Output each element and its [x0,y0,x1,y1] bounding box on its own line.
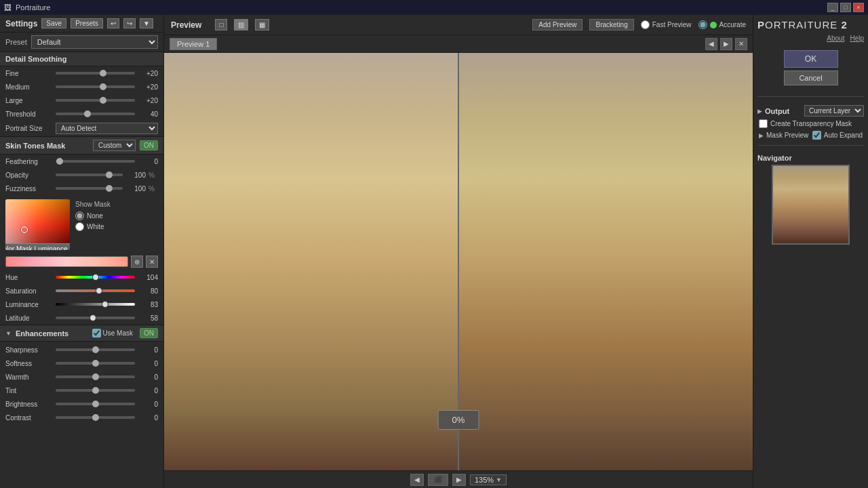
navigator-section: Navigator [757,154,864,245]
softness-slider[interactable] [56,362,135,365]
fine-slider-row: Fine +20 [0,66,163,80]
skin-tones-on-badge: ON [140,140,158,150]
hue-slider[interactable] [56,276,135,279]
view-single-btn[interactable]: □ [215,19,227,30]
fuzziness-slider[interactable] [56,187,123,190]
output-label: Output [765,107,802,115]
large-value: +20 [138,97,158,104]
color-tooltip: Skin Color Mask Luminance (0...100) [5,243,70,250]
luminance-value: 83 [138,301,158,308]
add-preview-btn[interactable]: Add Preview [532,19,583,30]
color-swatch-bar[interactable] [5,256,128,267]
view-dual-btn[interactable]: ▦ [255,19,269,30]
opacity-unit: % [149,171,158,179]
color-area: Skin Color Mask Luminance (0...100) Show… [0,195,163,254]
large-slider[interactable] [56,99,135,102]
maximize-btn[interactable]: □ [840,3,851,12]
brightness-slider-row: Brightness 0 [0,397,163,411]
cancel-button[interactable]: Cancel [784,70,838,85]
auto-expand-checkbox[interactable] [812,131,821,140]
help-link[interactable]: Help [850,35,864,42]
presets-button[interactable]: Presets [71,18,103,28]
mask-preview-triangle[interactable]: ▶ [759,132,764,139]
output-select[interactable]: Current Layer [804,105,864,117]
divider-2 [757,145,864,146]
skin-tones-mode-select[interactable]: Custom [93,140,136,151]
color-gradient-picker[interactable]: Skin Color Mask Luminance (0...100) [5,199,70,250]
contrast-slider[interactable] [56,416,135,419]
close-btn[interactable]: × [853,3,864,12]
save-button[interactable]: Save [41,18,66,28]
portrait-size-select[interactable]: Auto Detect [56,123,158,134]
zoom-dropdown-arrow[interactable]: ▼ [496,476,502,483]
tab-next-btn[interactable]: ▶ [720,38,732,50]
expand-button[interactable]: ▼ [140,18,153,28]
threshold-slider[interactable] [56,113,135,115]
enhancements-on-badge: ON [140,328,158,338]
warmth-label: Warmth [5,373,53,381]
show-mask-white-row: White [75,222,111,231]
tab-menu-btn[interactable]: ✕ [735,38,747,50]
transparency-mask-row: Create Transparency Mask [757,118,864,129]
redo-button[interactable]: ↪ [123,18,136,28]
preview-left[interactable] [164,53,459,470]
view-split-btn[interactable]: ▥ [234,19,248,30]
medium-value: +20 [138,83,158,91]
large-label: Large [5,97,53,104]
warmth-slider[interactable] [56,375,135,378]
preview-right[interactable] [459,53,753,470]
opacity-slider[interactable] [56,174,123,176]
accurate-text: Accurate [719,21,746,28]
portrait-size-row: Portrait Size Auto Detect [0,121,163,136]
auto-expand-label: Auto Expand [824,131,863,139]
clear-icon[interactable]: ✕ [146,256,158,268]
luminance-slider-row: Luminance 83 [0,298,163,311]
bottom-bar: ◀ ⬛ ▶ 135% ▼ [164,470,753,488]
show-mask-none-label: None [87,212,103,220]
enhancements-header[interactable]: ▼ Enhancements Use Mask ON [0,325,163,342]
fast-preview-radio[interactable] [641,20,650,29]
enhancements-title: Enhancements [16,329,88,338]
preset-select[interactable]: Default [31,35,158,49]
nav-thumb-btn[interactable]: ⬛ [428,474,448,486]
feathering-slider-row: Feathering 0 [0,155,163,168]
minimize-btn[interactable]: _ [827,3,838,12]
saturation-slider[interactable] [56,289,135,292]
sharpness-slider[interactable] [56,348,135,351]
output-triangle[interactable]: ▶ [757,108,762,115]
about-link[interactable]: About [827,35,844,42]
luminance-slider[interactable] [56,303,135,306]
auto-expand-row: Auto Expand [812,131,863,140]
accurate-radio[interactable] [698,20,707,29]
latitude-slider[interactable] [56,317,135,319]
preview-header: Preview □ ▥ ▦ Add Preview Bracketing Fas… [164,15,753,35]
fuzziness-slider-row: Fuzziness 100 % [0,182,163,195]
feathering-slider[interactable] [56,160,135,163]
eyedropper-icon[interactable]: ⊕ [131,256,143,268]
fine-slider[interactable] [56,72,135,75]
preview-tabs: Preview 1 ◀ ▶ ✕ [164,35,753,53]
right-header: PORTRAITURE 2 [757,19,864,30]
use-mask-checkbox[interactable] [92,329,101,338]
bracketing-btn[interactable]: Bracketing [589,19,633,30]
tint-slider[interactable] [56,389,135,392]
ok-button[interactable]: OK [784,50,838,68]
preview-tab-1[interactable]: Preview 1 [170,38,217,50]
saturation-label: Saturation [5,287,53,295]
navigator-thumbnail[interactable] [772,165,850,245]
window-controls: _ □ × [827,3,864,12]
skin-tones-title: Skin Tones Mask [5,142,89,150]
nav-next-btn[interactable]: ▶ [452,474,466,486]
fast-preview-text: Fast Preview [652,21,692,28]
show-mask-none-radio[interactable] [75,211,84,220]
undo-button[interactable]: ↩ [107,18,119,28]
transparency-mask-checkbox[interactable] [759,119,768,128]
medium-slider[interactable] [56,85,135,88]
tab-prev-btn[interactable]: ◀ [705,38,717,50]
show-mask-white-radio[interactable] [75,222,84,231]
nav-prev-btn[interactable]: ◀ [410,474,424,486]
brightness-slider[interactable] [56,403,135,405]
app-icon: 🖼 [4,3,12,12]
fuzziness-unit: % [149,185,158,192]
feathering-label: Feathering [5,158,53,165]
